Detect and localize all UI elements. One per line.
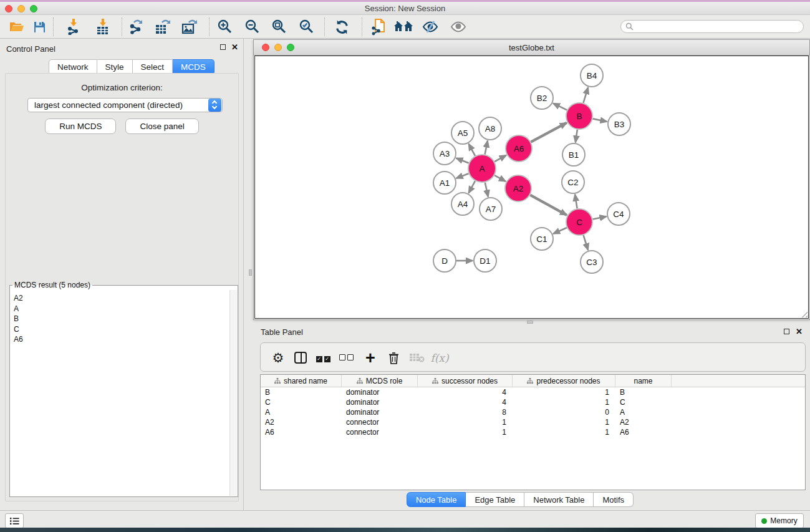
save-session-button[interactable] [30,18,49,36]
tab-node-table[interactable]: Node Table [407,492,466,507]
node-C3[interactable]: C3 [581,251,603,273]
table-cell[interactable]: C [615,397,672,407]
zoom-out-button[interactable] [243,18,262,36]
splitter-handle[interactable] [249,269,252,276]
column-header-MCDS-role[interactable]: MCDS role [342,375,418,387]
column-header-name[interactable]: name [615,375,672,387]
tab-edge-table[interactable]: Edge Table [466,492,524,507]
column-header-predecessor-nodes[interactable]: predecessor nodes [513,375,615,387]
node-A7[interactable]: A7 [480,198,502,220]
table-row[interactable]: Bdominator41B [261,387,805,397]
table-row[interactable]: Cdominator41C [261,397,805,407]
float-panel-icon[interactable] [784,329,789,334]
table-cell[interactable]: 4 [418,397,513,407]
search-input[interactable] [634,21,803,32]
table-cell[interactable]: dominator [342,387,418,397]
tab-motifs[interactable]: Motifs [594,492,634,507]
zoom-selected-button[interactable] [297,18,316,36]
node-A2[interactable]: A2 [505,175,531,201]
float-panel-icon[interactable] [220,44,226,50]
refresh-button[interactable] [332,18,351,36]
node-A8[interactable]: A8 [479,117,501,140]
titlebar[interactable]: Session: New Session [0,2,810,15]
show-columns-button[interactable] [291,349,310,367]
close-panel-icon[interactable]: ✕ [231,44,238,51]
run-mcds-button[interactable]: Run MCDS [45,118,116,134]
table-cell[interactable]: dominator [342,397,418,407]
node-A[interactable]: A [468,155,496,182]
node-D1[interactable]: D1 [474,249,496,272]
edge-A-A4[interactable] [469,181,475,193]
task-history-button[interactable] [5,513,24,528]
edge-B-B1[interactable] [576,130,577,142]
edge-A-A5[interactable] [469,144,475,156]
table-cell[interactable]: dominator [342,407,418,417]
memory-button[interactable]: Memory [755,513,804,528]
node-C2[interactable]: C2 [562,171,584,193]
mcds-result-item[interactable]: A6 [14,334,229,345]
table-cell[interactable]: 1 [513,387,615,397]
mcds-result-item[interactable]: C [14,324,229,335]
edge-C-C1[interactable] [553,228,567,234]
hide-graphics-button[interactable] [421,18,440,36]
mcds-result-item[interactable]: B [14,314,229,324]
table-cell[interactable]: A2 [261,417,342,427]
mcds-list-scrollbar[interactable] [229,290,237,496]
edge-B-B4[interactable] [583,87,588,103]
table-cell[interactable]: 1 [513,417,615,427]
search-box[interactable] [620,20,804,33]
node-A5[interactable]: A5 [451,122,474,144]
table-cell[interactable]: A [261,407,342,417]
node-A6[interactable]: A6 [506,135,532,162]
splitter-handle[interactable] [527,321,533,324]
edge-B-B2[interactable] [553,104,567,110]
table-cell[interactable]: C [261,397,342,407]
table-cell[interactable]: A2 [615,417,672,427]
node-B1[interactable]: B1 [562,143,585,166]
mcds-result-item[interactable]: A2 [14,293,229,304]
node-D[interactable]: D [433,249,456,272]
import-table-button[interactable] [94,18,112,36]
table-cell[interactable]: A6 [615,427,672,437]
edge-A-A8[interactable] [485,141,488,155]
network-canvas[interactable]: B4B2BB3A5A8A6A3B1AA1C2A2A4A7C4CC1C3DD1 [254,56,809,319]
node-A1[interactable]: A1 [433,172,456,194]
column-header-successor-nodes[interactable]: successor nodes [418,375,513,387]
node-table[interactable]: shared nameMCDS rolesuccessor nodesprede… [260,374,806,490]
table-cell[interactable]: 8 [418,407,513,417]
table-cell[interactable]: connector [342,417,418,427]
edge-A-A1[interactable] [456,173,469,178]
edge-A2-C[interactable] [530,195,567,215]
add-column-button[interactable]: + [361,349,380,367]
table-cell[interactable]: 1 [418,427,513,437]
node-B3[interactable]: B3 [608,113,630,135]
column-header-shared-name[interactable]: shared name [261,375,342,387]
table-cell[interactable]: B [615,387,672,397]
close-panel-icon[interactable]: ✕ [796,328,803,335]
import-network-button[interactable] [64,18,83,36]
node-A4[interactable]: A4 [451,193,474,215]
criterion-dropdown[interactable]: largest connected component (directed) [27,98,223,112]
edge-C-C3[interactable] [584,235,588,250]
select-all-button[interactable]: ✓✓ [314,349,332,367]
export-network-button[interactable] [127,18,145,36]
delete-column-button[interactable] [384,349,403,367]
table-row[interactable]: Adominator80A [261,407,805,417]
deselect-all-button[interactable] [337,349,355,367]
home-view-button[interactable] [394,18,413,36]
mcds-result-item[interactable]: A [14,304,229,314]
node-C[interactable]: C [566,209,592,235]
edge-A-A7[interactable] [485,182,488,196]
open-session-button[interactable] [7,18,26,36]
export-image-button[interactable] [180,18,199,36]
table-cell[interactable]: 1 [418,417,513,427]
edge-A-A2[interactable] [494,175,506,181]
table-cell[interactable]: connector [342,427,418,437]
mcds-result-list[interactable]: A2ABCA6 [11,291,229,496]
zoom-in-button[interactable] [216,18,234,36]
table-cell[interactable]: B [261,387,342,397]
table-options-button[interactable]: ⚙ [269,349,287,367]
table-cell[interactable]: A [615,407,672,417]
table-cell[interactable]: 1 [513,427,615,437]
close-panel-button[interactable]: Close panel [125,118,198,134]
